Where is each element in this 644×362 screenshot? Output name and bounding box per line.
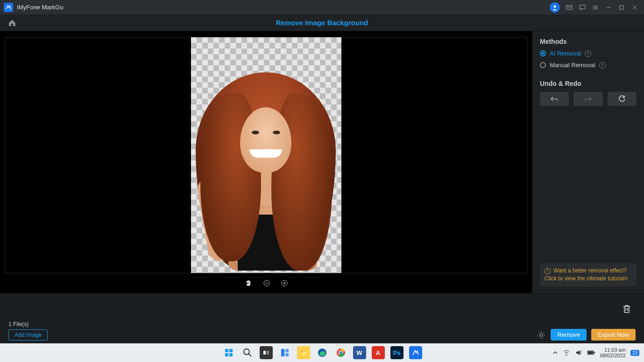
word-icon[interactable]: W <box>353 346 366 359</box>
svg-rect-15 <box>285 349 289 352</box>
method-manual-removal[interactable]: Manual Removal ? <box>540 62 637 69</box>
app-logo <box>4 3 13 12</box>
pan-hand-icon[interactable] <box>244 279 253 287</box>
svg-point-11 <box>244 349 249 355</box>
tutorial-link[interactable]: !Want a better removal effect? Click to … <box>540 263 637 286</box>
menu-icon[interactable] <box>590 2 601 13</box>
export-button[interactable]: Export Now <box>591 329 636 341</box>
maximize-icon[interactable] <box>616 2 627 13</box>
add-image-button[interactable]: Add Image <box>8 329 48 341</box>
svg-rect-16 <box>285 353 289 356</box>
svg-rect-13 <box>267 351 269 355</box>
method-label: Manual Removal <box>550 62 595 69</box>
trash-icon[interactable] <box>622 304 632 314</box>
chrome-icon[interactable] <box>334 346 347 359</box>
windows-taskbar: 📁 W A Ps 11:03 am 08/02/2022 23 <box>0 343 644 362</box>
close-icon[interactable] <box>629 2 640 13</box>
svg-rect-14 <box>281 349 284 356</box>
right-panel: Methods AI Removal ? Manual Removal ? Un… <box>532 31 644 293</box>
reset-button[interactable] <box>608 92 637 106</box>
remove-button[interactable]: Remove <box>551 329 586 341</box>
start-icon[interactable] <box>222 346 235 359</box>
radio-icon <box>540 50 546 56</box>
radio-icon <box>540 62 546 68</box>
svg-point-6 <box>540 334 543 336</box>
method-ai-removal[interactable]: AI Removal ? <box>540 50 637 57</box>
help-icon[interactable]: ? <box>599 62 606 69</box>
taskview-icon[interactable] <box>260 346 273 359</box>
svg-rect-12 <box>263 351 266 355</box>
time-text: 11:03 am <box>600 347 626 353</box>
redo-button[interactable] <box>573 92 602 106</box>
info-icon: ! <box>545 268 551 274</box>
zoom-toolbar <box>5 273 527 293</box>
file-count: 1 File(s) <box>8 321 28 327</box>
zoom-out-icon[interactable] <box>263 279 270 287</box>
battery-icon[interactable] <box>587 350 595 355</box>
markgo-taskbar-icon[interactable] <box>409 346 422 359</box>
minimize-icon[interactable] <box>603 2 614 13</box>
page-title: Remove Image Background <box>21 19 623 27</box>
mail-icon[interactable] <box>564 2 575 13</box>
canvas-area <box>0 31 532 293</box>
header: Remove Image Background <box>0 14 644 31</box>
svg-point-0 <box>554 5 556 7</box>
acrobat-icon[interactable]: A <box>372 346 385 359</box>
tray-chevron-icon[interactable] <box>552 350 558 355</box>
help-icon[interactable]: ? <box>585 50 591 57</box>
tutorial-text: Want a better removal effect? Click to v… <box>545 267 628 282</box>
svg-point-21 <box>566 355 567 356</box>
svg-rect-2 <box>580 5 585 9</box>
explorer-icon[interactable]: 📁 <box>297 346 310 359</box>
svg-rect-23 <box>594 352 595 354</box>
undo-button[interactable] <box>540 92 569 106</box>
titlebar: iMyFone MarkGo <box>0 0 644 14</box>
widgets-icon[interactable] <box>278 346 291 359</box>
methods-title: Methods <box>540 38 637 45</box>
wifi-icon[interactable] <box>563 349 570 356</box>
bottom-bar: 1 File(s) Add Image Remove Export Now <box>0 293 644 343</box>
notification-badge[interactable]: 23 <box>630 350 639 356</box>
user-icon[interactable] <box>550 2 560 13</box>
settings-icon[interactable] <box>537 330 546 340</box>
search-icon[interactable] <box>241 346 254 359</box>
image-canvas[interactable] <box>5 37 527 273</box>
method-label: AI Removal <box>550 50 581 57</box>
svg-rect-8 <box>229 349 233 352</box>
date-text: 08/02/2022 <box>600 353 626 358</box>
svg-rect-3 <box>620 6 623 9</box>
app-title: iMyFone MarkGo <box>17 4 64 11</box>
svg-rect-9 <box>225 353 228 356</box>
photoshop-icon[interactable]: Ps <box>390 346 403 359</box>
svg-rect-10 <box>229 353 233 356</box>
svg-rect-24 <box>588 351 593 354</box>
home-icon[interactable] <box>4 14 21 31</box>
edge-icon[interactable] <box>316 346 329 359</box>
feedback-icon[interactable] <box>577 2 588 13</box>
undo-redo-title: Undo & Redo <box>540 80 637 87</box>
svg-rect-7 <box>225 349 228 352</box>
image-preview <box>191 37 341 273</box>
zoom-in-icon[interactable] <box>281 279 288 287</box>
clock[interactable]: 11:03 am 08/02/2022 <box>600 347 626 358</box>
volume-icon[interactable] <box>575 349 582 356</box>
